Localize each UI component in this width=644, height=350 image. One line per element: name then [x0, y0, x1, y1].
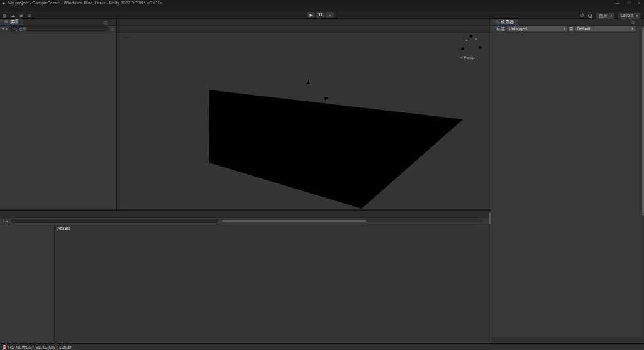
- scene-tools-column: [121, 37, 130, 38]
- minimize-button[interactable]: —: [616, 0, 620, 6]
- hierarchy-search-input[interactable]: 全部: [9, 26, 109, 31]
- scene-toolbar: [117, 26, 491, 33]
- step-button[interactable]: »: [326, 12, 334, 18]
- inspector-panel: ◎ 检查器 ⊙ ⋮ 标签 Untagged▾ 层 Default▾: [491, 19, 644, 343]
- layers-dropdown[interactable]: 图层▾: [596, 13, 614, 19]
- layer-label: 层: [569, 26, 574, 32]
- chevron-down-icon: ▾: [636, 13, 638, 19]
- more-icon[interactable]: ⋮: [638, 19, 643, 26]
- scene-viewport[interactable]: < Persp: [117, 33, 491, 209]
- services-icon[interactable]: ⊙: [28, 12, 31, 19]
- scene-view-panel: < Persp: [117, 19, 491, 209]
- tab-inspector[interactable]: ◎ 检查器: [491, 19, 518, 25]
- unity-logo-icon: ◈: [2, 0, 5, 6]
- menu-bar: [0, 6, 644, 11]
- inspector-scrollbar[interactable]: [641, 26, 644, 343]
- hierarchy-tab-icon: ▤: [4, 18, 8, 25]
- project-toolbar: + ▾: [0, 218, 491, 224]
- project-search-input[interactable]: [11, 219, 218, 223]
- main-toolbar: ◍ ☁ ⊞ ⊙ ▶ » ↺ 图层▾ Layout▾: [0, 11, 644, 19]
- inspector-tab-icon: ◎: [496, 19, 499, 25]
- layout-dropdown[interactable]: Layout▾: [618, 13, 640, 19]
- scene-render: [117, 33, 491, 209]
- project-scrollbar[interactable]: [221, 219, 483, 222]
- status-icon: [3, 345, 6, 349]
- unity-editor-window: ◈ My project - SampleScene - Windows, Ma…: [0, 0, 644, 350]
- close-button[interactable]: ×: [638, 0, 640, 6]
- inspector-footer: [491, 337, 644, 343]
- window-title: My project - SampleScene - Windows, Mac,…: [8, 0, 162, 6]
- more-icon[interactable]: ⋮: [111, 19, 115, 26]
- add-object-button[interactable]: + ▾: [2, 26, 8, 31]
- layer-dropdown[interactable]: Default▾: [575, 26, 636, 31]
- tag-label: 标签: [496, 26, 505, 32]
- tag-dropdown[interactable]: Untagged▾: [507, 26, 567, 31]
- title-bar: ◈ My project - SampleScene - Windows, Ma…: [0, 0, 644, 6]
- pause-button[interactable]: [316, 12, 325, 18]
- hierarchy-panel: ▤ 层级 ◫ ⋮ + ▾ 全部 ◫: [0, 19, 116, 209]
- add-asset-button[interactable]: + ▾: [3, 219, 8, 223]
- grid-icon[interactable]: ⊞: [19, 12, 23, 19]
- project-panel: + ▾ Assets: [0, 211, 491, 343]
- status-bar: RS NEWEST VERSION : 10030: [0, 343, 644, 350]
- perspective-label[interactable]: < Persp: [451, 55, 484, 60]
- plane-object: [209, 90, 463, 209]
- play-button[interactable]: ▶: [307, 12, 315, 18]
- hierarchy-tree: [0, 32, 116, 209]
- maximize-button[interactable]: □: [628, 0, 630, 6]
- lock-icon[interactable]: ⊙: [631, 19, 635, 26]
- orientation-gizmo: [461, 35, 482, 50]
- grid-header: Assets: [57, 226, 488, 232]
- search-icon[interactable]: [587, 13, 592, 18]
- pause-icon: [319, 13, 322, 16]
- search-icon: [13, 27, 17, 31]
- pane-icon[interactable]: ◫: [111, 26, 114, 31]
- asset-grid: Assets: [54, 224, 491, 342]
- chevron-down-icon: ▾: [610, 13, 612, 19]
- undo-history-icon[interactable]: ↺: [580, 12, 584, 19]
- tab-hierarchy[interactable]: ▤ 层级: [0, 19, 23, 25]
- project-tree: [0, 224, 54, 342]
- pane-icon[interactable]: ◫: [103, 19, 107, 26]
- status-text: RS NEWEST VERSION : 10030: [8, 345, 71, 349]
